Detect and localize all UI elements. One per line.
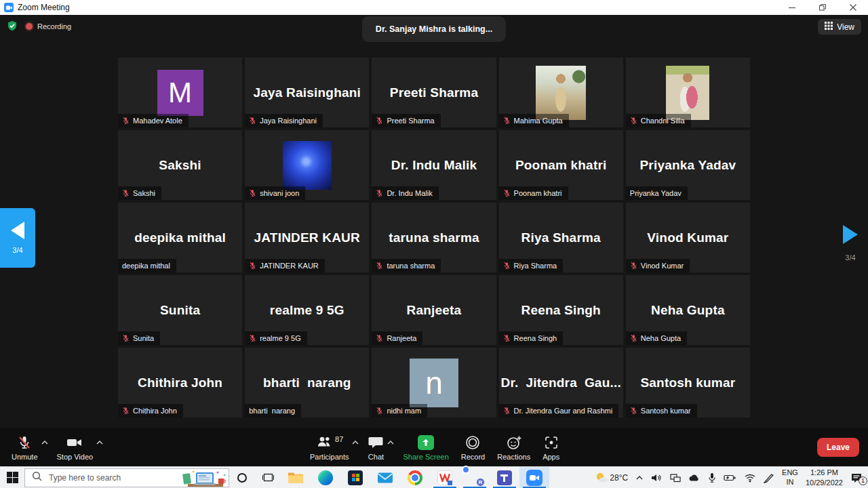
muted-mic-icon [630,407,637,415]
participant-name-text: Preeti Sharma [387,117,434,125]
gallery-prev-button[interactable]: 3/4 [0,208,35,268]
record-label: Record [461,453,485,461]
participant-name-text: Mahima Gupta [514,117,563,125]
mail-icon[interactable] [370,467,400,488]
start-button[interactable] [0,467,24,488]
participant-display-name: Dr. Indu Malik [389,158,479,173]
participant-name-text: taruna sharma [387,262,435,270]
chat-options-chevron[interactable] [386,424,395,462]
file-explorer-icon[interactable] [281,467,311,488]
participant-name-label: deepika mithal [118,259,176,272]
wps-office-icon[interactable] [430,467,460,488]
chrome-remote-desktop-icon[interactable]: R [460,467,490,488]
window-titlebar: Zoom Meeting [0,0,868,15]
language-indicator[interactable]: ENG IN [782,468,798,487]
participant-tile[interactable]: Chandni Silla [626,58,750,127]
participant-tile[interactable]: shivani joon [245,130,369,200]
recording-label: Recording [37,22,71,30]
participant-tile[interactable]: Preeti SharmaPreeti Sharma [372,58,496,127]
participant-tile[interactable]: RanjeetaRanjeeta [372,275,496,345]
participant-display-name: Chithira John [135,375,225,390]
recording-indicator[interactable]: Recording [26,22,71,30]
weather-widget[interactable]: 28°C [595,472,628,483]
record-button[interactable]: Record [455,428,491,466]
participant-tile[interactable]: Priyanka YadavPriyanka Yadav [626,130,750,200]
chrome-icon[interactable] [400,467,430,488]
participant-tile[interactable]: Reena SinghReena Singh [499,275,623,345]
participant-tile[interactable]: Dr. Jitendra Gau...Dr. Jitendra Gaur and… [499,348,623,418]
apps-button[interactable]: Apps [536,428,566,466]
edge-icon[interactable] [311,467,340,488]
participant-tile[interactable]: taruna sharmataruna sharma [372,203,496,272]
participant-tile[interactable]: realme 9 5Grealme 9 5G [245,275,369,345]
video-options-chevron[interactable] [95,424,104,462]
participant-tile[interactable]: JATINDER KAURJATINDER KAUR [245,203,369,272]
muted-mic-icon [503,262,511,270]
zoom-taskbar-icon[interactable] [519,467,549,488]
participants-options-chevron[interactable] [351,424,360,462]
participant-name-label: Poonam khatri [499,186,568,200]
participant-tile[interactable]: SunitaSunita [118,275,242,345]
cortana-button[interactable] [229,467,255,488]
participant-tile[interactable]: Vinod KumarVinod Kumar [626,203,750,272]
search-highlight-illustration[interactable] [182,470,227,488]
audio-options-chevron[interactable] [40,424,50,462]
participant-tile[interactable]: Chithira JohnChithira John [118,348,242,418]
participant-tile[interactable]: Santosh kumarSantosh kumar [626,348,750,418]
participant-name-label: Vinod Kumar [626,259,690,272]
participant-tile[interactable]: bharti narangbharti narang [245,348,369,418]
pen-icon[interactable] [764,472,774,483]
connect-display-icon[interactable] [670,473,681,483]
stop-video-button[interactable]: Stop Video [51,428,100,466]
notification-count-badge: 1 [859,476,867,485]
participant-tile[interactable]: Dr. Indu MalikDr. Indu Malik [372,130,496,200]
share-screen-button[interactable]: Share Screen [397,428,454,466]
muted-mic-icon [630,334,637,342]
share-screen-icon [418,435,434,450]
participant-tile[interactable]: Jaya RaisinghaniJaya Raisinghani [245,58,369,127]
speaker-icon[interactable] [651,473,663,483]
muted-mic-icon [376,334,383,342]
onedrive-cloud-icon[interactable] [688,473,701,482]
participant-name-text: realme 9 5G [260,334,301,342]
action-center-button[interactable]: 1 [850,472,863,483]
participant-tile[interactable]: MMahadev Atole [118,58,242,127]
time-text: 1:26 PM [810,468,838,477]
task-view-button[interactable] [255,467,281,488]
reactions-button[interactable]: Reactions [491,428,536,466]
participant-name-text: Sakshi [133,189,155,197]
participant-name-text: Dr. Jitendra Gaur and Rashmi [514,407,613,415]
taskbar-search[interactable] [24,468,229,487]
participant-tile[interactable]: Neha GuptaNeha Gupta [626,275,750,345]
microsoft-store-icon[interactable] [340,467,370,488]
view-button[interactable]: View [818,19,861,35]
share-screen-label: Share Screen [403,453,448,461]
teams-icon[interactable] [490,467,519,488]
microphone-tray-icon[interactable] [708,472,716,483]
taskbar-clock[interactable]: 1:26 PM 10/29/2022 [806,468,843,487]
search-input[interactable] [47,472,156,483]
participant-name-label: shivani joon [245,186,305,200]
restore-button[interactable] [807,0,837,15]
participant-name-label: Preeti Sharma [372,114,440,127]
meeting-toolbar: Unmute Stop Video 87 [0,428,868,466]
leave-button[interactable]: Leave [817,438,859,457]
gallery-next-button[interactable]: 3/4 [838,225,863,262]
muted-mic-icon [376,117,383,125]
participant-tile[interactable]: Mahima Gupta [499,58,623,127]
close-button[interactable] [837,0,868,15]
participant-tile[interactable]: nnidhi mam [372,348,496,418]
security-shield-icon[interactable] [7,20,18,35]
chat-bubble-icon [368,434,384,451]
participant-tile[interactable]: Poonam khatriPoonam khatri [499,130,623,200]
minimize-button[interactable] [776,0,807,15]
unmute-button[interactable]: Unmute [5,428,44,466]
battery-icon[interactable] [724,474,736,482]
muted-mic-icon [503,407,511,415]
participants-button[interactable]: 87 Participants [304,428,355,466]
participant-tile[interactable]: deepika mithaldeepika mithal [118,203,242,272]
participant-tile[interactable]: Riya SharmaRiya Sharma [499,203,623,272]
wifi-icon[interactable] [744,473,756,483]
participant-tile[interactable]: SakshiSakshi [118,130,242,200]
tray-chevron-icon[interactable] [635,475,644,481]
